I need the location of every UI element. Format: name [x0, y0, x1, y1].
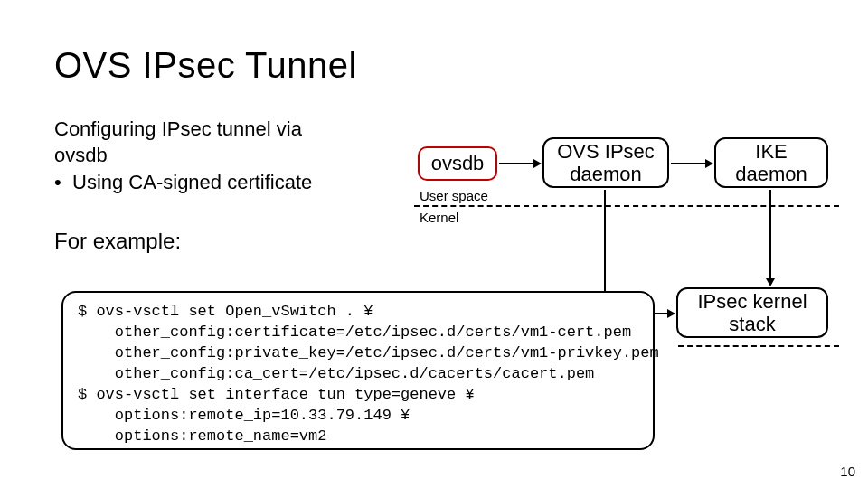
- ovsdb-box: ovsdb: [418, 146, 497, 181]
- intro-bullet: • Using CA-signed certificate: [54, 170, 371, 196]
- bullet-dot: •: [54, 170, 72, 196]
- intro-line-2: ovsdb: [54, 143, 371, 169]
- ipsec-kernel-stack-box: IPsec kernel stack: [676, 287, 828, 338]
- slide: OVS IPsec Tunnel Configuring IPsec tunne…: [0, 0, 868, 488]
- user-space-label: User space: [420, 188, 488, 203]
- user-kernel-divider: [414, 205, 839, 207]
- page-number: 10: [840, 464, 855, 479]
- kernel-label: Kernel: [420, 210, 458, 225]
- slide-title: OVS IPsec Tunnel: [54, 45, 814, 86]
- code-example: $ ovs-vsctl set Open_vSwitch . ¥ other_c…: [61, 291, 655, 450]
- ovs-ipsec-daemon-box: OVS IPsec daemon: [542, 137, 669, 188]
- ike-daemon-box: IKE daemon: [714, 137, 828, 188]
- intro-line-1: Configuring IPsec tunnel via: [54, 117, 371, 143]
- intro-block: Configuring IPsec tunnel via ovsdb • Usi…: [54, 117, 371, 196]
- kernel-bottom-divider: [678, 345, 839, 347]
- intro-bullet-text: Using CA-signed certificate: [72, 170, 312, 196]
